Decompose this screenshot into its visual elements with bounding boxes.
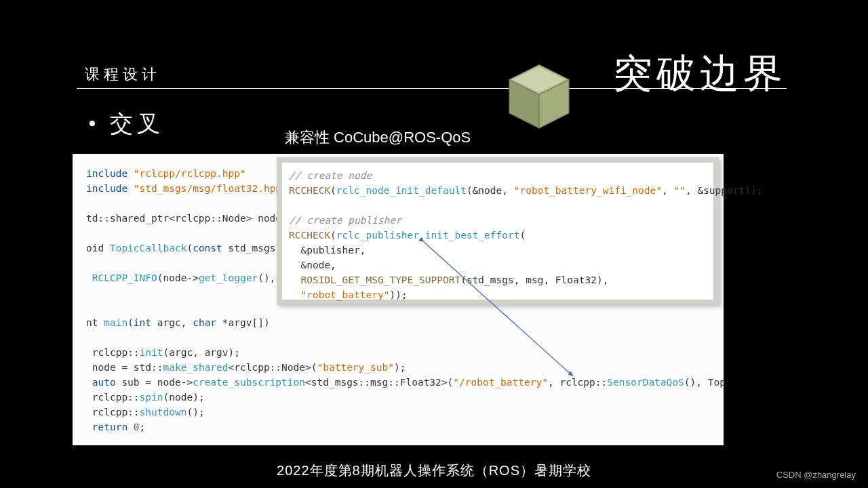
bullet-heading: • 交叉 bbox=[88, 108, 164, 140]
cube-icon bbox=[502, 61, 576, 136]
subtitle: 兼容性 CoCube@ROS-QoS bbox=[285, 127, 471, 148]
footer-text: 2022年度第8期机器人操作系统（ROS）暑期学校 bbox=[0, 462, 868, 480]
bullet-text: 交叉 bbox=[110, 111, 164, 136]
watermark: CSDN @zhangrelay bbox=[776, 470, 856, 480]
header: 课程设计 突破边界 bbox=[0, 27, 868, 88]
course-label: 课程设计 bbox=[85, 64, 161, 85]
page-title: 突破边界 bbox=[613, 47, 787, 100]
bullet-marker: • bbox=[88, 111, 100, 136]
code-block-overlay: // create node RCCHECK(rclc_node_init_de… bbox=[277, 157, 719, 305]
